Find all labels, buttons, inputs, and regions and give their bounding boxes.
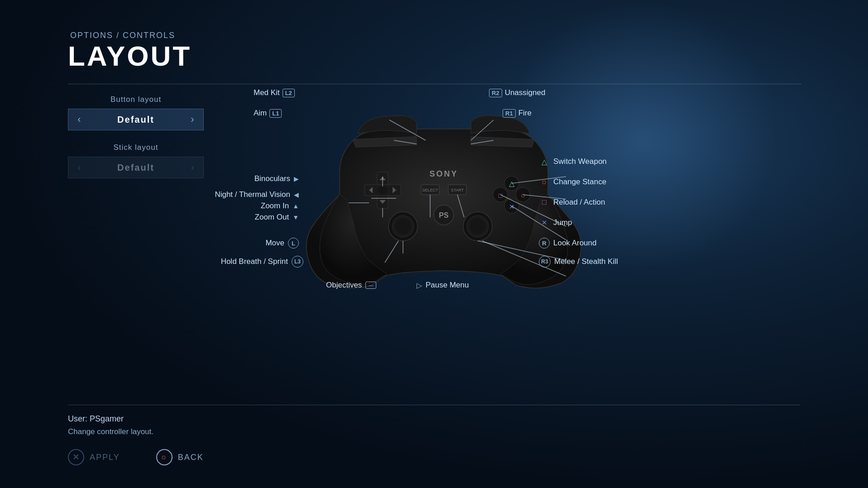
change-stance-badge: ○ bbox=[539, 177, 550, 187]
user-info: User: PSgamer bbox=[68, 414, 800, 424]
objectives-label: Objectives — bbox=[326, 281, 376, 290]
back-icon-symbol: ○ bbox=[161, 453, 167, 462]
hold-breath-text: Hold Breath / Sprint bbox=[221, 257, 288, 266]
night-thermal-text: Night / Thermal Vision bbox=[215, 190, 290, 199]
hold-breath-label: Hold Breath / Sprint L3 bbox=[195, 256, 303, 268]
switch-weapon-badge: △ bbox=[539, 156, 550, 167]
aim-badge: L1 bbox=[269, 109, 282, 118]
apply-button[interactable]: ✕ APPLY bbox=[68, 449, 120, 465]
button-layout-prev[interactable]: ‹ bbox=[68, 109, 90, 130]
stick-layout-selector: ‹ Default › bbox=[68, 157, 204, 178]
stick-layout-value: Default bbox=[90, 163, 182, 173]
stick-layout-label: Stick layout bbox=[68, 143, 204, 152]
change-stance-text: Change Stance bbox=[553, 177, 606, 187]
zoom-in-text: Zoom In bbox=[261, 201, 289, 211]
action-buttons: ✕ APPLY ○ BACK bbox=[68, 449, 800, 465]
controller-diagram: SELECT START PS △ ○ □ bbox=[195, 86, 693, 312]
svg-text:START: START bbox=[451, 188, 464, 192]
jump-text: Jump bbox=[553, 218, 572, 227]
pause-menu-badge: ▷ bbox=[417, 281, 422, 290]
move-badge: L bbox=[288, 238, 299, 249]
aim-text: Aim bbox=[254, 109, 267, 118]
bottom-bar: User: PSgamer Change controller layout. … bbox=[68, 405, 800, 465]
apply-label: APPLY bbox=[90, 453, 120, 462]
med-kit-text: Med Kit bbox=[254, 88, 280, 97]
binoculars-badge: ▶ bbox=[294, 175, 299, 182]
objectives-badge: — bbox=[365, 282, 376, 289]
binoculars-text: Binoculars bbox=[254, 174, 290, 183]
move-label: Move L bbox=[199, 238, 299, 249]
binoculars-label: Binoculars ▶ bbox=[195, 174, 299, 183]
svg-text:SELECT: SELECT bbox=[422, 188, 438, 192]
zoom-out-text: Zoom Out bbox=[255, 213, 289, 222]
svg-text:SONY: SONY bbox=[429, 169, 458, 178]
fire-text: Fire bbox=[518, 109, 532, 118]
apply-icon: ✕ bbox=[68, 449, 84, 465]
back-label: BACK bbox=[178, 453, 204, 462]
zoom-in-label: Zoom In ▲ bbox=[240, 201, 299, 211]
reload-action-text: Reload / Action bbox=[553, 198, 605, 207]
apply-icon-symbol: ✕ bbox=[72, 452, 80, 462]
switch-weapon-text: Switch Weapon bbox=[553, 157, 607, 166]
jump-badge: ✕ bbox=[539, 217, 550, 228]
back-icon: ○ bbox=[156, 449, 173, 465]
reload-action-badge: □ bbox=[539, 197, 550, 208]
svg-point-18 bbox=[470, 218, 486, 234]
unassigned-text: Unassigned bbox=[505, 88, 546, 97]
hint-text: Change controller layout. bbox=[68, 427, 800, 436]
reload-action-label: □ Reload / Action bbox=[539, 197, 605, 208]
look-around-badge: R bbox=[539, 238, 550, 249]
hold-breath-badge: L3 bbox=[292, 256, 303, 268]
zoom-out-label: Zoom Out ▼ bbox=[240, 213, 299, 222]
aim-label: Aim L1 bbox=[254, 109, 282, 118]
zoom-out-badge: ▼ bbox=[293, 214, 299, 221]
melee-stealth-text: Melee / Stealth Kill bbox=[554, 257, 618, 266]
switch-weapon-label: △ Switch Weapon bbox=[539, 156, 607, 167]
breadcrumb: OPTIONS / CONTROLS bbox=[70, 31, 175, 40]
jump-label: ✕ Jump bbox=[539, 217, 572, 228]
svg-point-2 bbox=[378, 186, 387, 195]
unassigned-badge: R2 bbox=[489, 89, 502, 97]
pause-menu-text: Pause Menu bbox=[426, 281, 469, 290]
fire-badge: R1 bbox=[503, 109, 516, 118]
look-around-text: Look Around bbox=[553, 239, 596, 248]
med-kit-badge: L2 bbox=[283, 89, 295, 97]
bottom-divider bbox=[68, 405, 800, 405]
page-title: LAYOUT bbox=[68, 40, 192, 72]
svg-text:○: ○ bbox=[521, 191, 525, 199]
stick-layout-prev: ‹ bbox=[68, 157, 90, 178]
zoom-in-badge: ▲ bbox=[293, 202, 299, 210]
back-button[interactable]: ○ BACK bbox=[156, 449, 204, 465]
melee-stealth-label: R3 Melee / Stealth Kill bbox=[539, 256, 618, 268]
svg-text:PS: PS bbox=[439, 211, 449, 219]
svg-point-15 bbox=[395, 218, 411, 234]
melee-stealth-badge: R3 bbox=[539, 256, 551, 268]
change-stance-label: ○ Change Stance bbox=[539, 177, 606, 187]
night-thermal-badge: ◀ bbox=[294, 191, 299, 198]
svg-text:✕: ✕ bbox=[509, 203, 515, 211]
fire-label: R1 Fire bbox=[503, 109, 532, 118]
left-panel: Button layout ‹ Default › Stick layout ‹… bbox=[68, 95, 204, 191]
unassigned-label: R2 Unassigned bbox=[489, 88, 545, 97]
night-thermal-label: Night / Thermal Vision ◀ bbox=[195, 190, 299, 199]
button-layout-selector[interactable]: ‹ Default › bbox=[68, 109, 204, 130]
section-divider bbox=[68, 84, 801, 84]
move-text: Move bbox=[265, 239, 284, 248]
look-around-label: R Look Around bbox=[539, 238, 596, 249]
objectives-text: Objectives bbox=[326, 281, 362, 290]
med-kit-label: Med Kit L2 bbox=[254, 88, 295, 97]
button-layout-value: Default bbox=[90, 115, 182, 125]
pause-menu-label: ▷ Pause Menu bbox=[417, 281, 469, 290]
button-layout-label: Button layout bbox=[68, 95, 204, 104]
